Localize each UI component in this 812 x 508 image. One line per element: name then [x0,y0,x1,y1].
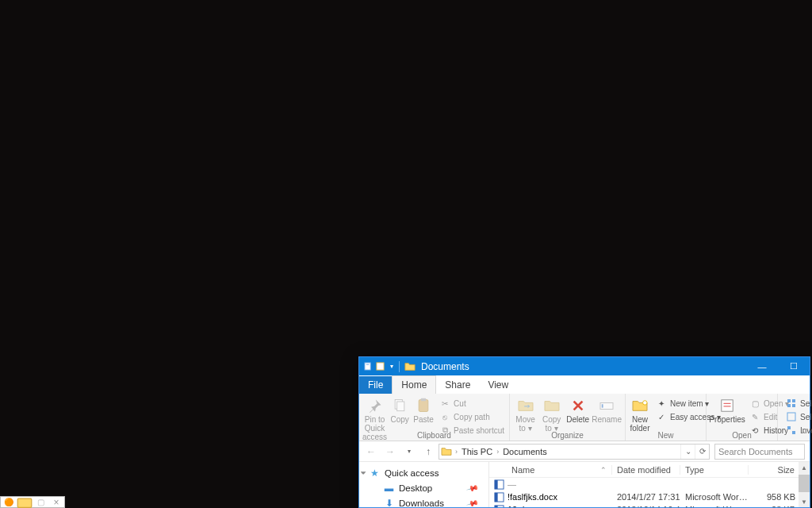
col-type[interactable]: Type [680,465,749,475]
svg-rect-13 [792,399,795,402]
move-to-button[interactable]: Move to ▾ [513,395,538,433]
svg-rect-15 [792,404,795,407]
collapse-ribbon-icon[interactable]: ⌃ [800,430,806,439]
tab-home[interactable]: Home [392,375,436,394]
delete-icon [567,397,589,414]
nav-quick-access[interactable]: ★Quick access [369,465,488,480]
qat-icon-2[interactable] [375,361,385,372]
file-date: 2014/1/27 17:31 [612,492,680,502]
tab-share[interactable]: Share [436,376,479,394]
titlebar[interactable]: ▾ Documents — ☐ [359,357,810,375]
new-folder-button[interactable]: New folder [629,395,651,433]
svg-rect-14 [787,404,791,407]
svg-rect-12 [787,399,791,402]
file-name: !faslfjks.docx [508,492,557,502]
scroll-down-icon[interactable]: ▼ [799,496,810,507]
invert-icon [786,425,797,436]
group-label-open: Open [707,431,777,440]
chevron-right-icon[interactable]: › [495,448,500,456]
window-controls: — ☐ [746,357,810,375]
qat-dropdown-icon[interactable]: ▾ [387,361,396,372]
svg-rect-22 [495,492,498,501]
select-all-button[interactable]: Select all [783,397,812,410]
svg-rect-3 [376,363,383,370]
desktop-icon: ▬ [383,482,395,494]
selectall-icon [786,398,797,409]
svg-rect-7 [421,398,427,401]
window-title: Documents [421,361,469,372]
col-date[interactable]: Date modified [612,465,680,475]
address-folder-icon [439,447,454,456]
address-dropdown-icon[interactable]: ⌄ [680,444,695,459]
refresh-button[interactable]: ⟳ [695,444,709,459]
address-bar[interactable]: › This PC › Documents ⌄ ⟳ [439,444,710,460]
list-item[interactable]: 10.docx2013/10/14 16:43Microsoft Word D.… [489,503,810,507]
nav-up-button[interactable]: ↑ [419,444,437,460]
breadcrumb-documents[interactable]: Documents [500,447,550,456]
col-name[interactable]: Name [489,465,612,475]
ribbon-group-select: Select all Select none Invert selection [778,394,812,441]
svg-rect-0 [17,498,32,507]
svg-rect-20 [495,479,498,488]
svg-rect-2 [366,364,369,365]
chevron-right-icon[interactable]: › [454,448,459,456]
nav-recent-dropdown[interactable]: ▾ [400,444,418,460]
properties-icon [716,397,738,414]
copypath-icon: ⎋ [439,411,450,422]
nav-forward-button[interactable]: → [381,444,399,460]
file-explorer-window: ▾ Documents — ☐ File Home Share View Pin… [358,356,810,508]
ribbon-group-open: Properties ▢Open ▾ ✎Edit ⟲History Open [707,394,778,441]
nav-desktop[interactable]: ▬Desktop📌 [369,480,488,495]
qat-icon-1[interactable] [363,361,373,372]
svg-rect-9 [602,404,603,407]
svg-point-10 [643,401,647,405]
taskbar-app-icon: 🟠 [1,497,17,507]
moveto-icon [515,397,537,414]
copy-to-button[interactable]: Copy to ▾ [539,395,564,433]
tab-file[interactable]: File [359,376,392,394]
open-icon: ▢ [749,398,760,409]
copy-icon [389,397,411,414]
ribbon: Pin to Quick access Copy Paste ✂Cut ⎋Cop… [359,394,810,441]
scroll-thumb[interactable] [799,475,810,492]
file-type: Microsoft Word D... [680,505,749,507]
copy-path-button[interactable]: ⎋Copy path [436,410,508,423]
nav-back-button[interactable]: ← [362,444,380,460]
cut-button[interactable]: ✂Cut [436,397,508,410]
search-box[interactable]: Search Documents [714,444,805,460]
nav-downloads[interactable]: ⬇Downloads📌 [369,495,488,507]
svg-rect-5 [397,402,404,411]
tab-view[interactable]: View [479,376,517,394]
file-name: 10.docx [508,505,538,507]
invert-selection-button[interactable]: Invert selection [783,424,812,437]
maximize-button[interactable]: ☐ [778,357,810,375]
file-list-pane: Name Date modified Type Size —!faslfjks.… [489,462,810,507]
file-icon [494,492,504,502]
select-none-button[interactable]: Select none [783,410,812,423]
paste-icon [412,397,435,414]
list-item[interactable]: !faslfjks.docx2014/1/27 17:31Microsoft W… [489,491,810,503]
pin-icon [364,397,386,414]
ribbon-group-new: New folder ✦New item ▾ ✓Easy access ▾ Ne… [626,394,707,441]
svg-rect-6 [419,400,428,412]
titlebar-separator [399,361,400,372]
titlebar-folder-icon [404,361,416,372]
rename-button[interactable]: Rename [592,395,622,433]
navigation-pane[interactable]: ★Quick access ▬Desktop📌 ⬇Downloads📌 ☁One… [359,462,489,507]
scrollbar[interactable]: ▲ ▼ [799,462,810,507]
scroll-up-icon[interactable]: ▲ [799,462,810,473]
delete-button[interactable]: Delete [565,395,590,433]
svg-rect-11 [722,400,733,411]
file-rows: —!faslfjks.docx2014/1/27 17:31Microsoft … [489,478,810,507]
file-date: 2013/10/14 16:43 [612,505,680,507]
address-bar-row: ← → ▾ ↑ › This PC › Documents ⌄ ⟳ Search… [359,441,810,462]
edit-icon: ✎ [749,411,760,422]
taskbar-folder-icon [17,497,33,507]
breadcrumb-thispc[interactable]: This PC [459,447,495,456]
group-label-clipboard: Clipboard [359,431,509,440]
group-label-new: New [626,431,706,440]
minimize-button[interactable]: — [746,357,778,375]
quick-access-toolbar: ▾ [363,361,396,372]
list-item[interactable]: — [489,478,810,491]
newitem-icon: ✦ [656,398,667,409]
